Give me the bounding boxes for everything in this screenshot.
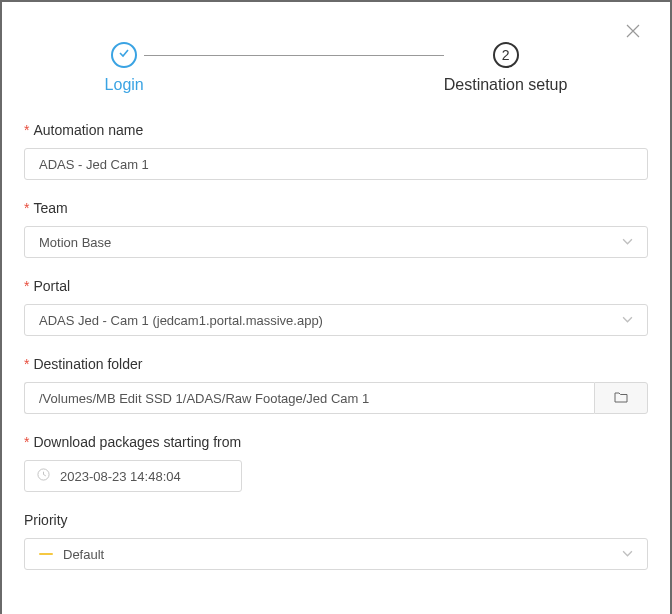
step-connector: [144, 55, 444, 56]
download-from-label: *Download packages starting from: [24, 434, 648, 450]
field-automation-name: *Automation name: [24, 122, 648, 180]
team-label: *Team: [24, 200, 648, 216]
step-destination[interactable]: 2 Destination setup: [444, 42, 568, 94]
required-asterisk: *: [24, 200, 29, 216]
team-select-value: Motion Base: [39, 235, 111, 250]
chevron-down-icon: [622, 547, 633, 562]
team-select[interactable]: Motion Base: [24, 226, 648, 258]
required-asterisk: *: [24, 434, 29, 450]
step-destination-circle: 2: [493, 42, 519, 68]
destination-folder-label: *Destination folder: [24, 356, 648, 372]
required-asterisk: *: [24, 122, 29, 138]
field-download-from: *Download packages starting from 2023-08…: [24, 434, 648, 492]
step-destination-label: Destination setup: [444, 76, 568, 94]
portal-select-value: ADAS Jed - Cam 1 (jedcam1.portal.massive…: [39, 313, 323, 328]
priority-select-value: Default: [63, 547, 104, 562]
destination-folder-input[interactable]: [24, 382, 594, 414]
chevron-down-icon: [622, 235, 633, 250]
automation-name-input[interactable]: [24, 148, 648, 180]
field-destination-folder: *Destination folder: [24, 356, 648, 414]
modal-destination-setup: Login 2 Destination setup *Automation na…: [2, 2, 670, 614]
stepper: Login 2 Destination setup: [24, 42, 648, 94]
close-icon: [626, 24, 640, 41]
step-destination-num: 2: [502, 47, 510, 63]
portal-select[interactable]: ADAS Jed - Cam 1 (jedcam1.portal.massive…: [24, 304, 648, 336]
chevron-down-icon: [622, 313, 633, 328]
required-asterisk: *: [24, 278, 29, 294]
download-from-value: 2023-08-23 14:48:04: [60, 469, 181, 484]
priority-select[interactable]: Default: [24, 538, 648, 570]
required-asterisk: *: [24, 356, 29, 372]
automation-name-label: *Automation name: [24, 122, 648, 138]
step-login-label: Login: [105, 76, 144, 94]
clock-icon: [37, 468, 50, 484]
priority-label: Priority: [24, 512, 648, 528]
folder-icon: [614, 389, 628, 407]
check-icon: [117, 46, 131, 64]
field-portal: *Portal ADAS Jed - Cam 1 (jedcam1.portal…: [24, 278, 648, 336]
priority-default-icon: [39, 553, 53, 555]
browse-folder-button[interactable]: [594, 382, 648, 414]
step-login-circle: [111, 42, 137, 68]
download-from-datepicker[interactable]: 2023-08-23 14:48:04: [24, 460, 242, 492]
field-team: *Team Motion Base: [24, 200, 648, 258]
step-login[interactable]: Login: [105, 42, 144, 94]
field-priority: Priority Default: [24, 512, 648, 570]
close-button[interactable]: [626, 24, 642, 40]
portal-label: *Portal: [24, 278, 648, 294]
